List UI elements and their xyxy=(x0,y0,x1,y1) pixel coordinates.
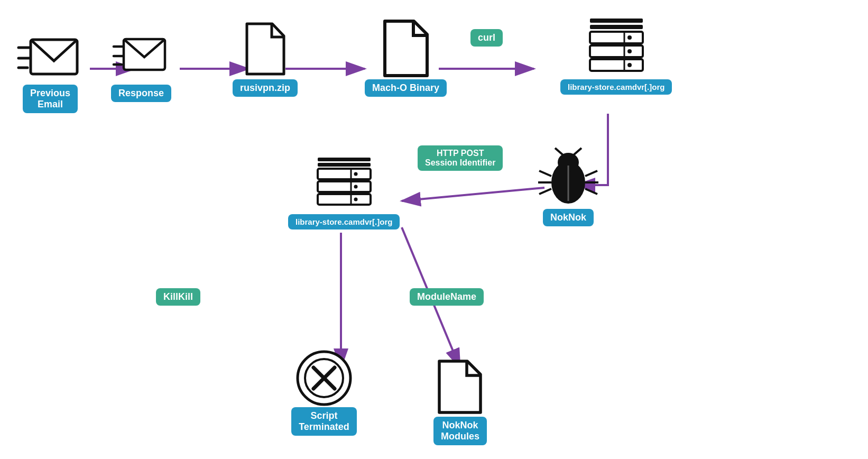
svg-point-24 xyxy=(627,49,632,53)
svg-rect-19 xyxy=(590,32,643,43)
svg-point-49 xyxy=(354,198,357,201)
noknok-modules-doc-icon xyxy=(434,359,487,417)
bug-icon xyxy=(534,145,603,209)
svg-point-46 xyxy=(354,185,357,189)
modulename-label: ModuleName xyxy=(410,288,484,306)
node-library-store-mid: library-store.camdvr[.]org xyxy=(288,156,400,229)
svg-line-35 xyxy=(585,171,597,176)
noknok-label: NokNok xyxy=(543,209,594,226)
curl-label: curl xyxy=(470,29,503,47)
previous-email-label: Previous Email xyxy=(23,85,78,113)
response-label: Response xyxy=(111,85,171,102)
svg-line-32 xyxy=(539,171,551,176)
svg-point-43 xyxy=(354,172,357,176)
node-modulename: ModuleName xyxy=(410,288,484,306)
library-store-top-label: library-store.camdvr[.]org xyxy=(560,79,672,95)
script-terminated-label: Script Terminated xyxy=(291,407,357,436)
node-curl: curl xyxy=(470,29,503,47)
rusivpn-label: rusivpn.zip xyxy=(233,79,298,97)
http-post-label: HTTP POST Session Identifier xyxy=(418,145,503,171)
node-http-post: HTTP POST Session Identifier xyxy=(418,145,503,171)
svg-line-37 xyxy=(585,189,597,194)
noknok-modules-label: NokNok Modules xyxy=(433,417,487,445)
svg-rect-22 xyxy=(590,45,643,57)
macho-doc-icon xyxy=(380,19,432,79)
rusivpn-doc-icon xyxy=(242,21,289,79)
killkill-label: KillKill xyxy=(156,288,200,306)
response-email-icon xyxy=(112,32,170,85)
svg-line-30 xyxy=(555,148,563,155)
node-library-store-top: library-store.camdvr[.]org xyxy=(560,16,672,95)
library-store-mid-label: library-store.camdvr[.]org xyxy=(288,214,400,229)
stop-icon xyxy=(290,349,358,407)
svg-rect-47 xyxy=(318,194,371,205)
server-top-icon xyxy=(582,16,651,79)
svg-rect-18 xyxy=(590,25,643,29)
svg-line-6 xyxy=(402,188,544,201)
node-rusivpn: rusivpn.zip xyxy=(233,21,298,97)
node-macho: Mach-O Binary xyxy=(365,19,447,97)
svg-rect-44 xyxy=(318,181,371,192)
svg-line-31 xyxy=(574,148,581,155)
node-killkill: KillKill xyxy=(156,288,200,306)
macho-label: Mach-O Binary xyxy=(365,79,447,97)
node-noknok: NokNok xyxy=(534,145,603,226)
svg-point-27 xyxy=(627,63,632,67)
node-previous-email: Previous Email xyxy=(16,32,85,113)
svg-line-34 xyxy=(539,189,551,194)
node-response: Response xyxy=(111,32,171,102)
svg-point-21 xyxy=(627,35,632,40)
svg-rect-39 xyxy=(318,158,371,161)
svg-rect-17 xyxy=(590,19,643,23)
svg-rect-41 xyxy=(318,169,371,179)
node-noknok-modules: NokNok Modules xyxy=(433,359,487,445)
svg-rect-25 xyxy=(590,59,643,71)
diagram: Previous Email Response rusivpn.zip Mach… xyxy=(0,0,868,459)
email-icon xyxy=(16,32,85,85)
server-mid-icon xyxy=(310,156,378,214)
svg-rect-40 xyxy=(318,163,371,167)
node-script-terminated: Script Terminated xyxy=(290,349,358,436)
